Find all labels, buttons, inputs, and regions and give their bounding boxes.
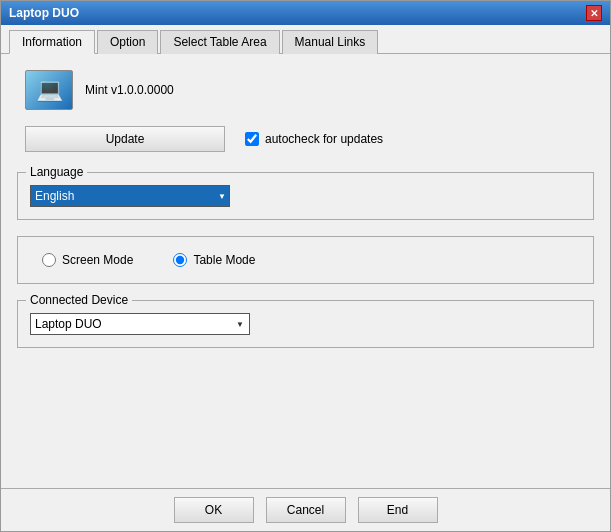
- screen-mode-label: Screen Mode: [42, 253, 133, 267]
- language-group-label: Language: [26, 165, 87, 179]
- title-bar: Laptop DUO ✕: [1, 1, 610, 25]
- tab-select-table-area[interactable]: Select Table Area: [160, 30, 279, 54]
- close-button[interactable]: ✕: [586, 5, 602, 21]
- app-info-row: Mint v1.0.0.0000: [17, 70, 594, 110]
- table-mode-label: Table Mode: [173, 253, 255, 267]
- bottom-bar: OK Cancel End: [1, 488, 610, 531]
- language-select-wrapper: English French German Spanish: [30, 185, 230, 207]
- ok-button[interactable]: OK: [174, 497, 254, 523]
- autocheck-checkbox[interactable]: [245, 132, 259, 146]
- update-row: Update autocheck for updates: [17, 126, 594, 152]
- update-button[interactable]: Update: [25, 126, 225, 152]
- connected-device-group-label: Connected Device: [26, 293, 132, 307]
- window-title: Laptop DUO: [9, 6, 79, 20]
- connected-device-select-wrapper: Laptop DUO: [30, 313, 250, 335]
- autocheck-label: autocheck for updates: [245, 132, 383, 146]
- app-version: Mint v1.0.0.0000: [85, 83, 174, 97]
- mode-row: Screen Mode Table Mode: [17, 236, 594, 284]
- connected-device-group: Connected Device Laptop DUO: [17, 300, 594, 348]
- tab-information[interactable]: Information: [9, 30, 95, 54]
- screen-mode-radio[interactable]: [42, 253, 56, 267]
- language-group: Language English French German Spanish: [17, 172, 594, 220]
- cancel-button[interactable]: Cancel: [266, 497, 346, 523]
- app-icon: [25, 70, 73, 110]
- tab-option[interactable]: Option: [97, 30, 158, 54]
- tab-content: Mint v1.0.0.0000 Update autocheck for up…: [1, 54, 610, 488]
- tab-bar: Information Option Select Table Area Man…: [1, 25, 610, 54]
- table-mode-radio[interactable]: [173, 253, 187, 267]
- main-window: Laptop DUO ✕ Information Option Select T…: [0, 0, 611, 532]
- tab-manual-links[interactable]: Manual Links: [282, 30, 379, 54]
- language-select[interactable]: English French German Spanish: [30, 185, 230, 207]
- end-button[interactable]: End: [358, 497, 438, 523]
- connected-device-select[interactable]: Laptop DUO: [30, 313, 250, 335]
